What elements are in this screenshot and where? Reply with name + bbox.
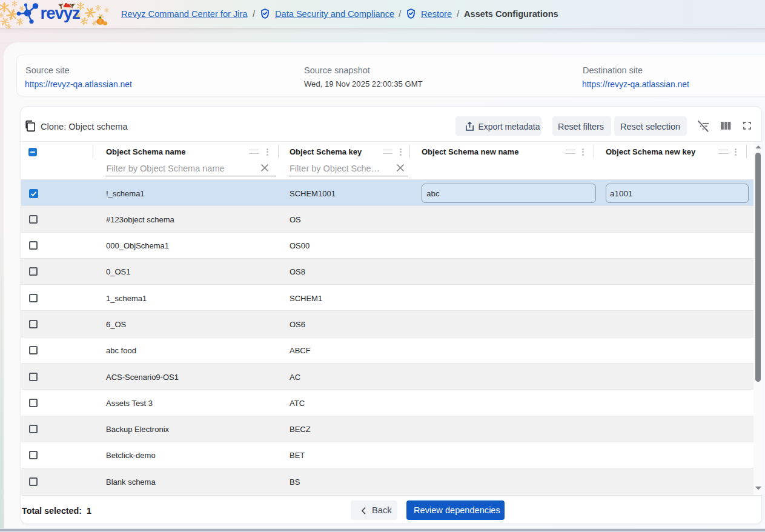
svg-text:revyz: revyz (41, 4, 81, 22)
